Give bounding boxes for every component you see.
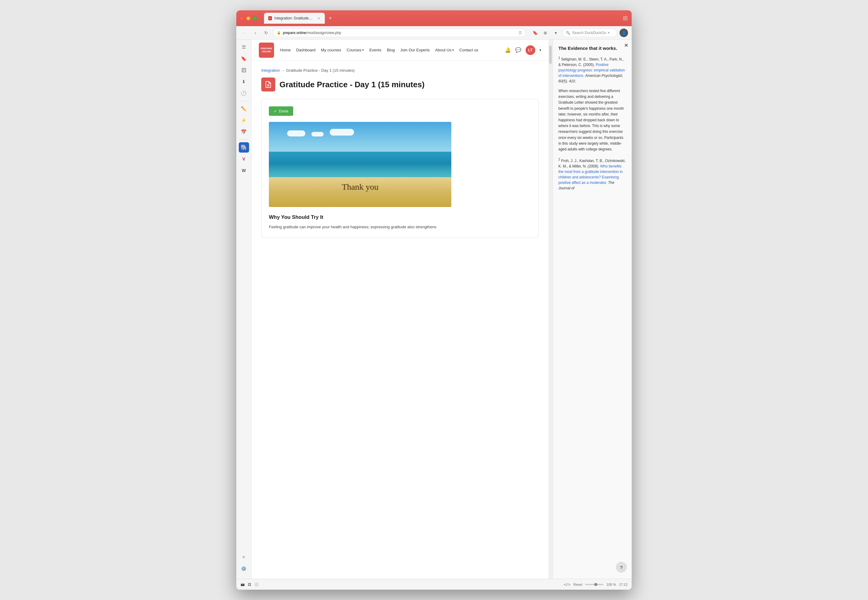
titlebar-right	[622, 15, 628, 21]
user-avatar[interactable]: LT	[525, 45, 535, 55]
nav-contactus[interactable]: Contact us	[459, 48, 478, 52]
done-button[interactable]: ✓ Done	[269, 106, 293, 116]
address-bar[interactable]: 🔒 prepare.online/mod/assign/view.php ☰	[273, 29, 526, 37]
beach-image: Thank you	[269, 122, 451, 207]
aboutus-dropdown-icon: ▾	[452, 48, 454, 52]
nav-home[interactable]: Home	[280, 48, 291, 52]
tab-close-button[interactable]: ✕	[317, 16, 320, 20]
sidebar-icon-reader[interactable]	[239, 65, 249, 76]
search-dropdown-icon[interactable]: ▾	[608, 31, 610, 34]
search-placeholder: Search DuckDuckGo	[572, 31, 606, 35]
section-title: Why You Should Try It	[269, 214, 531, 220]
evidence-ref1-citation: 1 Seligman, M. E., Steen, T. A., Park, N…	[558, 56, 626, 84]
nav-events[interactable]: Events	[369, 48, 381, 52]
sidebar-icon-people[interactable]: ⚡	[239, 115, 249, 126]
forward-button[interactable]: ›	[251, 29, 259, 37]
content-area: Integration › Gratitude Practice - Day 1…	[252, 61, 548, 579]
sidebar-icon-calendar[interactable]: 📅	[239, 127, 249, 137]
site-nav-right: 🔔 💬 LT ▾	[505, 45, 541, 55]
active-tab[interactable]: P Integration: Gratitude Pra... ✕	[264, 13, 325, 24]
breadcrumb: Integration › Gratitude Practice - Day 1…	[261, 68, 539, 73]
back-button[interactable]: ‹	[240, 29, 249, 37]
zoom-thumb	[594, 583, 597, 586]
svg-text:P: P	[269, 17, 271, 20]
nav-courses[interactable]: Courses ▾	[347, 48, 364, 52]
website-header: PREPARE ONLINE Home Dashboard My courses…	[252, 39, 548, 61]
nav-dashboard[interactable]: Dashboard	[296, 48, 316, 52]
status-bar: 📷 🖼 ⬜ </> Reset 100 % 17:12	[236, 579, 632, 590]
maximize-button[interactable]	[253, 17, 257, 20]
statusbar-icon-1: 📷	[241, 582, 245, 586]
mac-window: P Integration: Gratitude Pra... ✕ + ‹ › …	[236, 10, 632, 590]
website-wrapper: PREPARE ONLINE Home Dashboard My courses…	[252, 39, 548, 579]
browser-content: ☰ 🔖 ⬇ 🕐 ✏️ ⚡ 📅 🐘 V W + ⚙️	[236, 39, 632, 579]
sidebar-icon-wikipedia[interactable]: W	[239, 165, 249, 176]
sidebar-bottom: + ⚙️	[239, 552, 249, 576]
page-title-area: Gratitude Practice - Day 1 (15 minutes)	[261, 77, 539, 91]
sidebar-icon-history[interactable]: 🕐	[239, 88, 249, 98]
svg-rect-3	[624, 17, 627, 20]
evidence-ref2-citation: 2 Froh, J. J., Kashdan, T. B., Ozimkowsk…	[558, 157, 626, 191]
scrollbar-thumb[interactable]	[549, 45, 552, 64]
url-domain: prepare.online/mod/assign/view.php	[283, 31, 341, 35]
minimize-button[interactable]	[246, 17, 250, 20]
new-tab-button[interactable]: +	[326, 14, 335, 23]
notification-icon[interactable]: 🔔	[505, 47, 511, 53]
sidebar-icon-add[interactable]: +	[239, 552, 249, 562]
messages-icon[interactable]: 💬	[515, 47, 521, 53]
breadcrumb-separator: ›	[282, 68, 284, 73]
zoom-value: 100 %	[607, 583, 616, 586]
tab-favicon: P	[268, 16, 272, 20]
tabs-area: P Integration: Gratitude Pra... ✕ +	[264, 13, 620, 24]
evidence-close-button[interactable]: ✕	[624, 42, 628, 48]
breadcrumb-parent-link[interactable]: Integration	[261, 68, 280, 73]
reader-mode-icon[interactable]: ☰	[519, 31, 522, 35]
courses-dropdown-icon: ▾	[362, 48, 364, 52]
sidebar-icon-tabs[interactable]: ☰	[239, 42, 249, 52]
sidebar-icon-mastodon[interactable]: 🐘	[239, 142, 249, 153]
bookmark-add-icon[interactable]: ⊕	[541, 29, 549, 37]
user-dropdown-icon[interactable]: ▾	[540, 48, 541, 52]
url-path: /mod/assign/view.php	[306, 31, 341, 35]
statusbar-icon-3: ⬜	[254, 582, 258, 586]
title-bar: P Integration: Gratitude Pra... ✕ +	[236, 10, 632, 26]
close-button[interactable]	[240, 17, 244, 20]
search-bar[interactable]: 🔍 Search DuckDuckGo ▾	[562, 29, 617, 37]
sidebar-icon-settings[interactable]: ⚙️	[239, 564, 249, 574]
nav-joinexperts[interactable]: Join Our Experts	[400, 48, 430, 52]
beach-clouds	[287, 130, 354, 136]
done-check-icon: ✓	[274, 109, 277, 114]
sidebar-separator-1	[239, 101, 249, 101]
status-bar-right: </> Reset 100 % 17:12	[564, 582, 627, 586]
sidebar-icon-download[interactable]: ⬇	[239, 77, 249, 87]
page-area: PREPARE ONLINE Home Dashboard My courses…	[252, 39, 632, 579]
reload-button[interactable]: ↻	[262, 29, 270, 37]
tab-title: Integration: Gratitude Pra...	[274, 16, 313, 20]
nav-blog[interactable]: Blog	[387, 48, 395, 52]
browser-user-avatar[interactable]: 👤	[619, 29, 628, 37]
nav-mycourses[interactable]: My courses	[321, 48, 341, 52]
nav-aboutus[interactable]: About Us ▾	[435, 48, 454, 52]
main-scrollbar[interactable]	[548, 39, 552, 579]
sidebar-icon-edit[interactable]: ✏️	[239, 104, 249, 114]
sidebar-icon-bookmarks[interactable]: 🔖	[239, 53, 249, 64]
thank-you-text: Thank you	[342, 182, 379, 192]
devtools-icon[interactable]: </>	[564, 582, 571, 586]
help-button[interactable]: ?	[616, 562, 627, 573]
current-time: 17:12	[619, 583, 627, 586]
site-nav: Home Dashboard My courses Courses ▾ Even…	[280, 48, 478, 52]
zoom-reset-label[interactable]: Reset	[574, 583, 583, 586]
nav-menu-icon[interactable]: ▾	[551, 29, 560, 37]
sidebar-separator-2	[239, 139, 249, 140]
bookmarks-nav-icon[interactable]: 🔖	[531, 29, 539, 37]
nav-bar: ‹ › ↻ 🔒 prepare.online/mod/assign/view.p…	[236, 26, 632, 39]
evidence-title: The Evidence that it works.	[558, 45, 626, 51]
window-fullscreen-icon[interactable]	[622, 15, 628, 21]
page-title-icon	[261, 77, 275, 91]
content-card: ✓ Done	[261, 99, 539, 238]
cloud-2	[311, 132, 323, 136]
sidebar-icon-vivaldi[interactable]: V	[239, 154, 249, 164]
statusbar-icon-2: 🖼	[248, 583, 251, 586]
lock-icon: 🔒	[277, 31, 281, 35]
zoom-slider[interactable]	[585, 584, 603, 585]
